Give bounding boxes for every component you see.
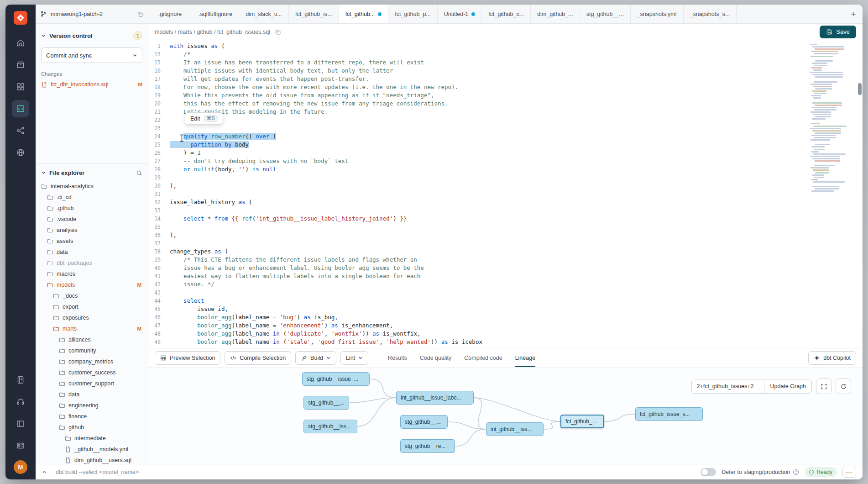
editor-tab[interactable]: _snapshots_s... xyxy=(684,5,737,23)
editor-tab[interactable]: _snapshots.yml xyxy=(631,5,684,23)
preview-selection-button[interactable]: Preview Selection xyxy=(155,351,220,365)
save-button[interactable]: Save xyxy=(820,26,856,38)
code-line[interactable]: 35 xyxy=(148,223,803,231)
toolbar-tab-compiled-code[interactable]: Compiled code xyxy=(464,348,502,367)
toolbar-tab-lineage[interactable]: Lineage xyxy=(515,348,536,367)
lineage-node[interactable]: stg_github__re... xyxy=(400,439,455,453)
code-line[interactable]: 40 issue has a bug or enhancement label.… xyxy=(148,264,803,272)
code-line[interactable]: 38change_types as ( xyxy=(148,247,803,256)
lineage-node[interactable]: stg_github__issue_... xyxy=(302,372,370,386)
code-line[interactable]: 42 issue. */ xyxy=(148,280,803,289)
dbt-logo[interactable] xyxy=(14,11,27,25)
editor-tab[interactable]: dim_slack_u... xyxy=(239,5,289,23)
code-line[interactable]: 34 select * from {{ ref('int_github__iss… xyxy=(148,215,803,223)
lineage-node[interactable]: stg_github__iss... xyxy=(303,420,357,433)
home-icon[interactable] xyxy=(12,34,29,52)
tree-item[interactable]: customer_success xyxy=(36,367,148,378)
tree-item[interactable]: macros xyxy=(36,268,148,279)
editor-tab[interactable]: fct_github_c... xyxy=(482,5,531,23)
code-line[interactable]: 48 boolor_agg(label_name in ('duplicate'… xyxy=(148,330,803,338)
minimap[interactable] xyxy=(809,44,854,344)
copy-branch-icon[interactable] xyxy=(137,11,143,17)
new-tab-button[interactable] xyxy=(844,5,863,23)
toolbar-tab-code-quality[interactable]: Code quality xyxy=(420,348,452,367)
tree-item[interactable]: community xyxy=(36,345,148,356)
update-graph-button[interactable]: Update Graph xyxy=(764,379,811,393)
code-line[interactable]: 41 easiest way to flatten multiple label… xyxy=(148,272,803,280)
code-line[interactable]: 31 xyxy=(148,190,803,198)
tree-item[interactable]: internal-analytics xyxy=(36,181,148,192)
lineage-node[interactable]: fct_github_... xyxy=(560,415,604,428)
copy-path-icon[interactable] xyxy=(275,29,281,35)
support-headset-icon[interactable] xyxy=(12,393,29,410)
code-line[interactable]: 29 xyxy=(148,174,803,182)
code-line[interactable]: 32issue_label_history as ( xyxy=(148,198,803,206)
code-line[interactable]: 27 -- don't try deduping issues with no … xyxy=(148,157,803,165)
code-line[interactable]: 17 will get updates for events that happ… xyxy=(148,75,803,83)
lineage-node[interactable]: int_github__issue_labe... xyxy=(396,391,474,405)
code-line[interactable]: 47 boolor_agg(label_name = 'enhancement'… xyxy=(148,321,803,330)
code-line[interactable]: 20 this has the effect of removing the n… xyxy=(148,100,803,108)
code-line[interactable]: 28 or nullif(body, '') is null xyxy=(148,165,803,174)
search-icon[interactable] xyxy=(136,170,142,176)
tree-item[interactable]: .vscode xyxy=(36,214,148,225)
orchestration-icon[interactable] xyxy=(12,122,29,139)
develop-ide-icon[interactable] xyxy=(12,100,29,117)
lineage-node[interactable]: stg_github__... xyxy=(303,396,349,410)
tree-item[interactable]: dbt_packages xyxy=(36,258,148,268)
code-line[interactable]: 21 Let's revisit this modeling in the fu… xyxy=(148,108,803,116)
lineage-selector-input[interactable] xyxy=(692,379,764,393)
expand-command-bar-button[interactable] xyxy=(38,467,50,478)
code-line[interactable]: 15 If an issue has been transferred to a… xyxy=(148,58,803,67)
ide-status-badge[interactable]: Ready xyxy=(805,467,837,477)
code-line[interactable]: 18 For now, choose the one with more rec… xyxy=(148,83,803,91)
commit-and-sync-dropdown[interactable]: Commit and sync xyxy=(41,47,142,63)
code-line[interactable]: 36), xyxy=(148,231,803,239)
code-editor[interactable]: 1with issues as (13 /*15 If an issue has… xyxy=(148,40,863,348)
code-line[interactable]: 44 select xyxy=(148,297,803,305)
account-card-icon[interactable] xyxy=(12,437,29,454)
tree-item[interactable]: modelsM xyxy=(36,279,148,290)
tree-item[interactable]: dim_github__users.sql xyxy=(36,455,148,464)
panel-layout-icon[interactable] xyxy=(12,415,29,432)
refresh-graph-button[interactable] xyxy=(836,379,851,394)
edit-tooltip[interactable]: Edit ⌘B xyxy=(185,112,223,125)
tree-item[interactable]: customer_support xyxy=(36,378,148,389)
dbt-copilot-button[interactable]: dbt Copilot xyxy=(808,351,856,365)
chevron-down-icon[interactable] xyxy=(41,170,46,175)
tree-item[interactable]: .github xyxy=(36,203,148,214)
code-line[interactable]: 43 xyxy=(148,289,803,297)
code-line[interactable]: 16 multiple issues with identical body t… xyxy=(148,67,803,75)
lineage-node[interactable]: fct_github_issue_s... xyxy=(635,407,703,421)
code-line[interactable]: 49 boolor_agg(label_name in ('stale', 'g… xyxy=(148,338,803,346)
code-line[interactable]: 37 xyxy=(148,239,803,247)
changed-file-row[interactable]: fct_dbt_invocations.sql M xyxy=(41,81,142,88)
tree-item[interactable]: _github__models.yml xyxy=(36,444,148,455)
tree-item[interactable]: intermediate xyxy=(36,433,148,444)
notebook-icon[interactable] xyxy=(12,371,29,389)
editor-tab[interactable]: stg_github__... xyxy=(580,5,631,23)
lint-button[interactable]: Lint xyxy=(340,351,368,365)
more-options-button[interactable]: ⋯ xyxy=(842,467,856,478)
editor-tab[interactable]: fct_github_p... xyxy=(388,5,438,23)
lineage-node[interactable]: stg_github__... xyxy=(400,415,448,429)
tree-item[interactable]: data xyxy=(36,389,148,400)
deploy-icon[interactable] xyxy=(12,56,29,74)
dashboard-icon[interactable] xyxy=(12,78,29,95)
code-line[interactable]: 39 /* This CTE flattens the different is… xyxy=(148,256,803,264)
code-line[interactable]: 45 issue_id, xyxy=(148,305,803,313)
editor-tab[interactable]: fct_github... xyxy=(339,5,389,23)
code-line[interactable]: 22 xyxy=(148,116,803,124)
compile-selection-button[interactable]: Compile Selection xyxy=(225,351,291,365)
code-line[interactable]: 23 xyxy=(148,124,803,132)
tree-item[interactable]: martsM xyxy=(36,323,148,334)
tree-item[interactable]: analysis xyxy=(36,225,148,236)
code-line[interactable]: 24 qualify row_number() over ( xyxy=(148,132,803,141)
tree-item[interactable]: exposures xyxy=(36,312,148,323)
code-line[interactable]: 33 xyxy=(148,206,803,215)
command-input[interactable]: dbt build --select <model_name> xyxy=(56,469,139,475)
editor-tab[interactable]: .gitignore xyxy=(148,5,192,23)
code-line[interactable]: 26 ) = 1 xyxy=(148,149,803,157)
code-line[interactable]: 46 boolor_agg(label_name = 'bug') as is_… xyxy=(148,313,803,321)
fullscreen-button[interactable] xyxy=(816,379,831,394)
